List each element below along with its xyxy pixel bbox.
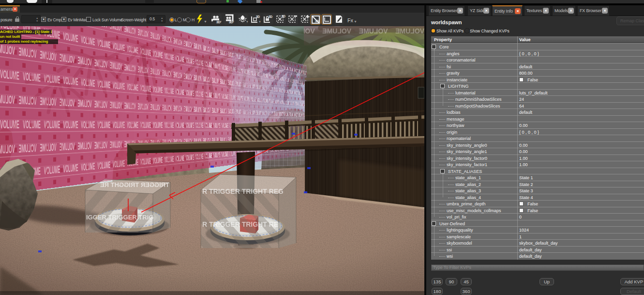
svg-text:R TRIGGER TRIGHT REG: R TRIGGER TRIGHT REG [202,187,284,195]
svg-text:3D: 3D [269,15,272,18]
svg-text:3D: 3D [282,15,285,18]
svg-text:TRIGGER TRIGGHT RE: TRIGGER TRIGGHT RE [100,181,169,188]
svg-text:3D: 3D [315,19,319,23]
svg-text:IGGER TRIGGER TRIG: IGGER TRIGGER TRIG [86,214,153,221]
svg-text:3D: 3D [256,15,260,18]
svg-text:R TRIGGER TRIGHT RE: R TRIGGER TRIGHT RE [202,220,278,228]
